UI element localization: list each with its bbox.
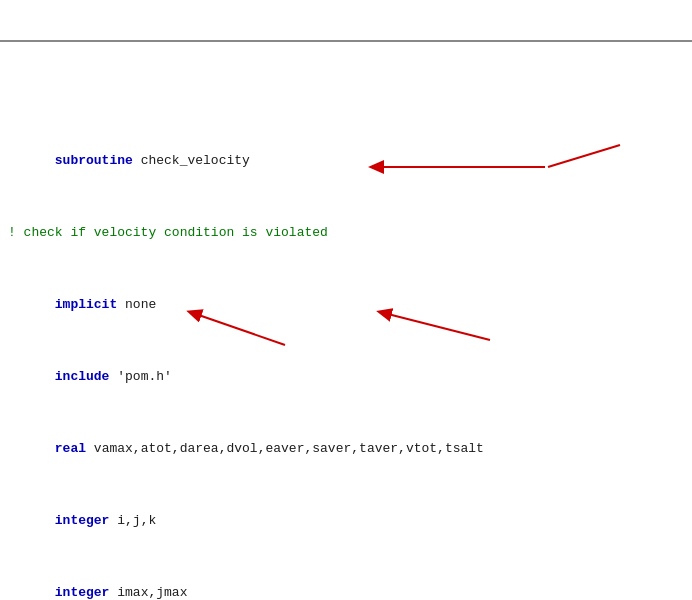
code-line-2: ! check if velocity condition is violate… xyxy=(0,224,692,242)
svg-line-3 xyxy=(190,312,285,345)
svg-line-4 xyxy=(380,312,490,340)
code-line-5: real vamax,atot,darea,dvol,eaver,saver,t… xyxy=(0,440,692,458)
code-line-7: integer imax,jmax xyxy=(0,584,692,600)
code-line-6: integer i,j,k xyxy=(0,512,692,530)
code-container: subroutine check_velocity ! check if vel… xyxy=(0,0,692,600)
code-line-3: implicit none xyxy=(0,296,692,314)
code-line-4: include 'pom.h' xyxy=(0,368,692,386)
keyword-subroutine: subroutine xyxy=(55,153,133,168)
code-line-1: subroutine check_velocity xyxy=(0,152,692,170)
top-border xyxy=(0,40,692,42)
